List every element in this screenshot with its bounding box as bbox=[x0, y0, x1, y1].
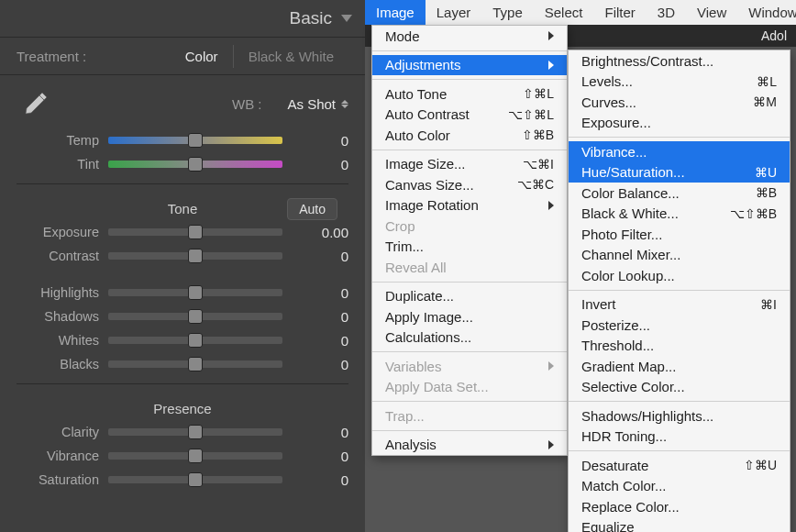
menu-selective-color[interactable]: Selective Color... bbox=[569, 377, 790, 398]
temp-slider[interactable] bbox=[108, 137, 282, 144]
menu-label: Equalize bbox=[581, 519, 635, 532]
menu-label: Mode bbox=[385, 28, 420, 44]
exposure-slider[interactable] bbox=[108, 228, 282, 236]
clarity-slider-row: Clarity 0 bbox=[0, 420, 365, 444]
tint-value[interactable]: 0 bbox=[306, 157, 348, 172]
treatment-bw[interactable]: Black & White bbox=[234, 45, 348, 68]
menu-gradient-map[interactable]: Gradient Map... bbox=[569, 356, 790, 377]
clarity-value[interactable]: 0 bbox=[306, 425, 348, 440]
shortcut: ⌘B bbox=[756, 185, 777, 200]
auto-button[interactable]: Auto bbox=[287, 198, 337, 220]
menu-apply-image[interactable]: Apply Image... bbox=[372, 306, 567, 327]
separator bbox=[372, 351, 567, 352]
eyedropper-icon[interactable] bbox=[17, 84, 55, 123]
clarity-slider[interactable] bbox=[108, 428, 282, 436]
exposure-value[interactable]: 0.00 bbox=[306, 225, 348, 240]
temp-value[interactable]: 0 bbox=[306, 133, 348, 149]
saturation-value[interactable]: 0 bbox=[306, 472, 348, 488]
app-title: Adol bbox=[761, 28, 787, 43]
menu-channel-mixer[interactable]: Channel Mixer... bbox=[569, 245, 790, 266]
menu-canvas-size[interactable]: Canvas Size...⌥⌘C bbox=[372, 174, 567, 195]
highlights-value[interactable]: 0 bbox=[306, 285, 348, 301]
menu-label: Shadows/Highlights... bbox=[581, 408, 713, 424]
slider-thumb[interactable] bbox=[188, 333, 203, 348]
slider-thumb[interactable] bbox=[188, 249, 203, 263]
menu-label: Duplicate... bbox=[385, 288, 454, 304]
slider-thumb[interactable] bbox=[188, 472, 203, 487]
menu-replace-color[interactable]: Replace Color... bbox=[569, 496, 790, 517]
menu-black-white[interactable]: Black & White...⌥⇧⌘B bbox=[569, 204, 790, 225]
slider-thumb[interactable] bbox=[188, 225, 203, 239]
menu-match-color[interactable]: Match Color... bbox=[569, 476, 790, 497]
saturation-slider[interactable] bbox=[108, 476, 282, 483]
menubar: Image Layer Type Select Filter 3D View W… bbox=[365, 0, 796, 25]
menu-trap: Trap... bbox=[372, 405, 567, 427]
menu-threshold[interactable]: Threshold... bbox=[569, 336, 790, 357]
contrast-value[interactable]: 0 bbox=[306, 249, 348, 264]
menu-curves[interactable]: Curves...⌘M bbox=[569, 92, 790, 113]
menubar-type[interactable]: Type bbox=[481, 0, 534, 25]
highlights-slider[interactable] bbox=[108, 289, 282, 296]
menu-posterize[interactable]: Posterize... bbox=[569, 315, 790, 336]
vibrance-value[interactable]: 0 bbox=[306, 449, 348, 464]
menu-auto-tone[interactable]: Auto Tone⇧⌘L bbox=[372, 83, 567, 105]
menu-levels[interactable]: Levels...⌘L bbox=[569, 72, 790, 93]
slider-thumb[interactable] bbox=[188, 425, 203, 439]
menu-label: Trap... bbox=[385, 408, 425, 424]
menu-desaturate[interactable]: Desaturate⇧⌘U bbox=[569, 455, 790, 476]
menu-brightness-contrast[interactable]: Brightness/Contrast... bbox=[569, 50, 790, 72]
treatment-color[interactable]: Color bbox=[171, 45, 233, 68]
menu-label: Exposure... bbox=[581, 115, 651, 130]
menu-auto-contrast[interactable]: Auto Contrast⌥⇧⌘L bbox=[372, 105, 567, 126]
menu-photo-filter[interactable]: Photo Filter... bbox=[569, 224, 790, 245]
whites-slider[interactable] bbox=[108, 337, 282, 344]
shadows-value[interactable]: 0 bbox=[306, 309, 348, 325]
menu-label: Trim... bbox=[385, 238, 424, 254]
menu-calculations[interactable]: Calculations... bbox=[372, 327, 567, 349]
whites-value[interactable]: 0 bbox=[306, 333, 348, 349]
menubar-3d[interactable]: 3D bbox=[647, 0, 686, 25]
menubar-filter[interactable]: Filter bbox=[593, 0, 646, 25]
shortcut: ⇧⌘B bbox=[522, 127, 554, 142]
menu-trim[interactable]: Trim... bbox=[372, 237, 567, 258]
menu-color-lookup[interactable]: Color Lookup... bbox=[569, 265, 790, 286]
panel-header[interactable]: Basic bbox=[0, 0, 365, 38]
menubar-window[interactable]: Window bbox=[737, 0, 796, 25]
menubar-select[interactable]: Select bbox=[534, 0, 594, 25]
menu-color-balance[interactable]: Color Balance...⌘B bbox=[569, 183, 790, 204]
slider-thumb[interactable] bbox=[188, 357, 203, 371]
menubar-view[interactable]: View bbox=[686, 0, 737, 25]
slider-thumb[interactable] bbox=[188, 285, 203, 300]
contrast-slider[interactable] bbox=[108, 252, 282, 260]
menu-duplicate[interactable]: Duplicate... bbox=[372, 286, 567, 307]
menu-shadows-highlights[interactable]: Shadows/Highlights... bbox=[569, 405, 790, 427]
menu-vibrance[interactable]: Vibrance... bbox=[569, 141, 790, 162]
menu-equalize[interactable]: Equalize bbox=[569, 517, 790, 533]
menu-exposure[interactable]: Exposure... bbox=[569, 113, 790, 134]
menu-hue-saturation[interactable]: Hue/Saturation...⌘U bbox=[569, 162, 790, 183]
menu-crop: Crop bbox=[372, 216, 567, 237]
slider-thumb[interactable] bbox=[188, 157, 203, 172]
tint-slider[interactable] bbox=[108, 161, 282, 168]
wb-dropdown[interactable]: As Shot bbox=[287, 96, 348, 112]
blacks-value[interactable]: 0 bbox=[306, 357, 348, 372]
menubar-image[interactable]: Image bbox=[365, 0, 426, 25]
menubar-layer[interactable]: Layer bbox=[426, 0, 482, 25]
slider-thumb[interactable] bbox=[188, 449, 203, 463]
vibrance-slider[interactable] bbox=[108, 452, 282, 460]
menu-invert[interactable]: Invert⌘I bbox=[569, 294, 790, 316]
menu-adjustments[interactable]: Adjustments bbox=[372, 55, 567, 76]
blacks-slider[interactable] bbox=[108, 360, 282, 368]
menu-image-size[interactable]: Image Size...⌥⌘I bbox=[372, 154, 567, 175]
menu-label: Apply Image... bbox=[385, 309, 473, 325]
slider-thumb[interactable] bbox=[188, 133, 203, 148]
menu-hdr-toning[interactable]: HDR Toning... bbox=[569, 427, 790, 448]
menu-auto-color[interactable]: Auto Color⇧⌘B bbox=[372, 125, 567, 146]
shortcut: ⇧⌘L bbox=[523, 86, 554, 101]
menu-analysis[interactable]: Analysis bbox=[372, 435, 567, 456]
slider-thumb[interactable] bbox=[188, 309, 203, 324]
menu-mode[interactable]: Mode bbox=[372, 26, 567, 47]
shortcut: ⌥⌘C bbox=[517, 177, 554, 192]
menu-image-rotation[interactable]: Image Rotation bbox=[372, 195, 567, 216]
shadows-slider[interactable] bbox=[108, 313, 282, 320]
